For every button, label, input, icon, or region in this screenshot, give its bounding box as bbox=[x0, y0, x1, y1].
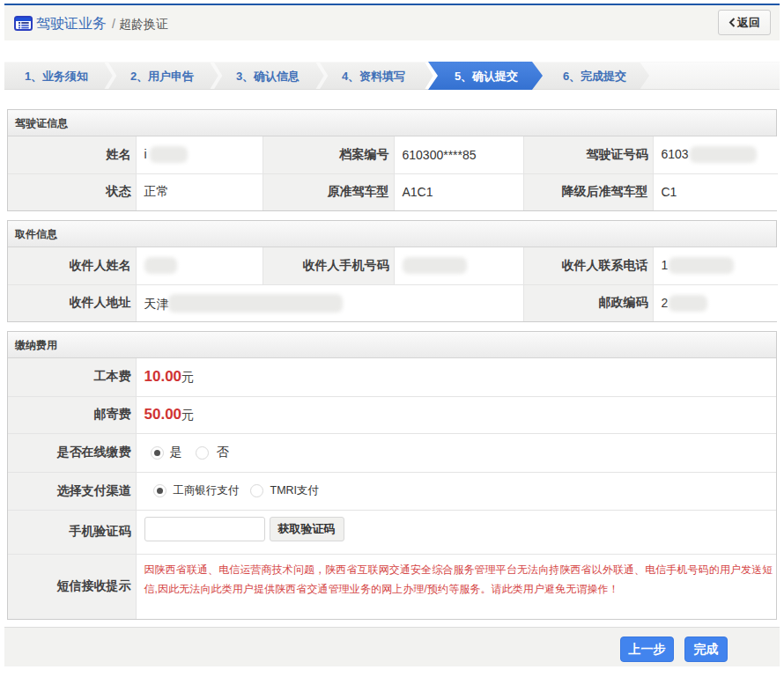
svg-text:5、确认提交: 5、确认提交 bbox=[455, 70, 518, 83]
svg-text:4、资料填写: 4、资料填写 bbox=[342, 70, 405, 83]
svg-text:1、业务须知: 1、业务须知 bbox=[25, 70, 88, 83]
svg-text:2、用户申告: 2、用户申告 bbox=[130, 70, 194, 83]
svg-text:6、完成提交: 6、完成提交 bbox=[563, 70, 626, 83]
svg-text:3、确认信息: 3、确认信息 bbox=[236, 70, 300, 83]
